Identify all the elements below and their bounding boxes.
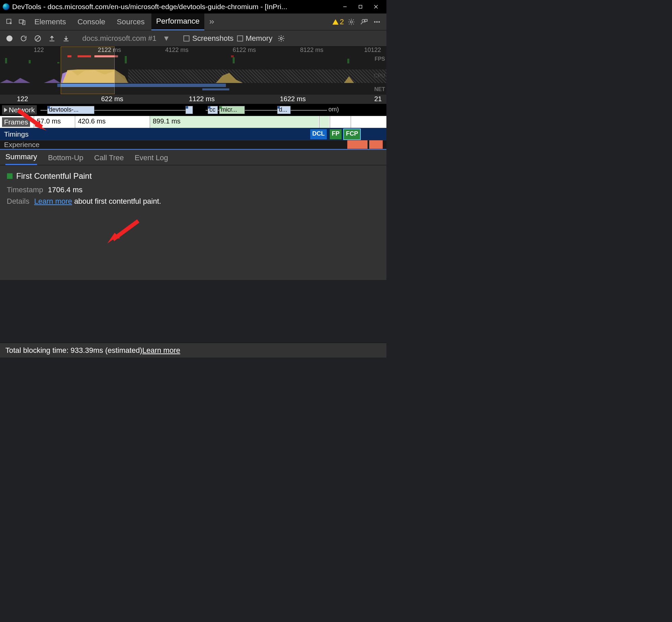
close-button[interactable] [368, 1, 384, 12]
expand-icon[interactable] [4, 108, 7, 112]
learn-more-link[interactable]: Learn more [34, 197, 72, 205]
timing-fcp[interactable]: FCP [344, 129, 360, 139]
timestamp-value: 1706.4 ms [48, 186, 83, 194]
clear-button[interactable] [32, 33, 43, 44]
net-block[interactable]: devtools-... [47, 106, 94, 114]
svg-rect-1 [359, 5, 362, 8]
frame-block[interactable]: 420.6 ms [75, 116, 149, 128]
capture-settings-button[interactable] [276, 33, 287, 44]
net-block[interactable] [185, 106, 193, 114]
details-text: about first contentful paint. [72, 197, 161, 205]
frames-row[interactable]: Frames 57.0 ms 420.6 ms 899.1 ms [0, 116, 386, 128]
network-row[interactable]: Network devtools-... cc micr... d... om) [0, 104, 386, 116]
flame-ticks: 122 622 ms 1122 ms 1622 ms 21 [0, 94, 386, 104]
overview-timeline[interactable]: 122 2122 ms 4122 ms 6122 ms 8122 ms 1012… [0, 47, 386, 94]
window-title: DevTools - docs.microsoft.com/en-us/micr… [12, 3, 337, 11]
more-tabs-button[interactable] [206, 17, 217, 27]
svg-point-7 [350, 21, 352, 23]
download-button[interactable] [61, 33, 71, 44]
recording-selector[interactable]: docs.microsoft.com #1 ▼ [82, 34, 170, 43]
tab-bottom-up[interactable]: Bottom-Up [48, 151, 83, 165]
tab-summary[interactable]: Summary [5, 150, 37, 165]
summary-tabbar: Summary Bottom-Up Call Tree Event Log [0, 149, 386, 165]
svg-point-10 [377, 21, 378, 22]
timestamp-label: Timestamp [7, 186, 43, 194]
annotation-arrow [105, 219, 142, 248]
devtools-tabbar: Elements Console Sources Performance 2 [0, 13, 386, 30]
tab-sources[interactable]: Sources [112, 13, 149, 30]
timing-dcl[interactable]: DCL [310, 129, 327, 139]
settings-button[interactable] [346, 17, 357, 27]
experience-block[interactable] [347, 140, 368, 149]
flamechart[interactable]: 122 622 ms 1122 ms 1622 ms 21 Network de… [0, 94, 386, 149]
tbt-text: Total blocking time: 933.39ms (estimated… [5, 346, 142, 355]
frame-block[interactable]: 899.1 ms [150, 116, 318, 128]
tab-console[interactable]: Console [73, 13, 110, 30]
svg-point-8 [362, 19, 364, 22]
inspect-button[interactable] [4, 17, 15, 27]
performance-toolbar: docs.microsoft.com #1 ▼ Screenshots Memo… [0, 30, 386, 47]
svg-point-11 [379, 21, 380, 22]
footer-bar: Total blocking time: 933.39ms (estimated… [0, 343, 386, 358]
tab-elements[interactable]: Elements [30, 13, 71, 30]
timings-row[interactable]: Timings DCL FP FCP [0, 128, 386, 140]
kebab-menu-button[interactable] [372, 17, 382, 27]
net-block[interactable]: d... [277, 106, 291, 114]
fcp-color-swatch [7, 173, 13, 179]
reload-record-button[interactable] [18, 33, 29, 44]
memory-checkbox[interactable]: Memory [237, 34, 272, 43]
device-toolbar-button[interactable] [17, 17, 28, 27]
experience-block[interactable] [369, 140, 383, 149]
frame-block[interactable] [330, 116, 350, 128]
summary-panel: First Contentful Paint Timestamp 1706.4 … [0, 165, 386, 280]
record-button[interactable] [4, 33, 15, 44]
svg-point-9 [374, 21, 375, 22]
net-block[interactable]: om) [327, 106, 347, 114]
details-label: Details [7, 197, 29, 206]
overview-selection[interactable] [61, 47, 115, 94]
warnings-badge[interactable]: 2 [332, 18, 344, 26]
tab-performance[interactable]: Performance [151, 13, 204, 30]
timing-fp[interactable]: FP [330, 129, 342, 139]
maximize-button[interactable] [353, 1, 368, 12]
svg-point-14 [280, 37, 282, 39]
summary-title: First Contentful Paint [7, 171, 380, 181]
annotation-arrow [15, 109, 49, 134]
net-block[interactable]: micr... [219, 106, 245, 114]
minimize-button[interactable] [337, 1, 353, 12]
upload-button[interactable] [47, 33, 57, 44]
window-titlebar: DevTools - docs.microsoft.com/en-us/micr… [0, 0, 386, 13]
tab-event-log[interactable]: Event Log [135, 151, 168, 165]
svg-rect-6 [23, 21, 25, 25]
tbt-learn-more-link[interactable]: Learn more [142, 346, 180, 355]
net-block[interactable]: cc [208, 106, 218, 114]
app-icon [3, 3, 9, 10]
feedback-button[interactable] [359, 17, 370, 27]
screenshots-checkbox[interactable]: Screenshots [183, 34, 233, 43]
frame-block[interactable] [319, 116, 329, 128]
experience-row[interactable]: Experience [0, 140, 386, 149]
svg-line-13 [36, 36, 40, 40]
warning-icon [332, 19, 339, 25]
tab-call-tree[interactable]: Call Tree [94, 151, 124, 165]
frame-block[interactable] [351, 116, 386, 128]
